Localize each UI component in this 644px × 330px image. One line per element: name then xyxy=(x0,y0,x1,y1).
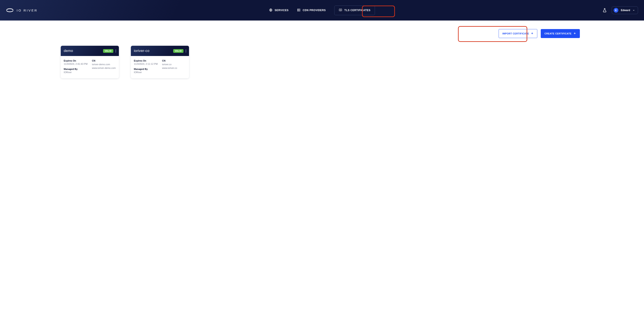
primary-nav: SERVICES CDN PROVIDERS TLS CERTIFICA xyxy=(269,6,375,15)
nav-cdn-providers[interactable]: CDN PROVIDERS xyxy=(297,8,326,12)
create-certificate-label: CREATE CERTIFICATE xyxy=(544,32,572,35)
nav-services[interactable]: SERVICES xyxy=(269,8,288,12)
labs-icon[interactable] xyxy=(602,8,607,12)
brand-name: IO RIVER xyxy=(17,8,38,12)
nav-cdn-providers-label: CDN PROVIDERS xyxy=(303,9,326,12)
page-body: IMPORT CERTIFICATE CREATE CERTIFICATE de… xyxy=(0,20,644,83)
status-badge: VALID xyxy=(103,49,113,53)
certificate-card[interactable]: demo VALID Expires On 11/3/2023, 2:41:43… xyxy=(61,46,119,78)
certificate-action-row: IMPORT CERTIFICATE CREATE CERTIFICATE xyxy=(8,29,580,38)
cn-value: ioriver.co xyxy=(162,62,186,66)
user-menu[interactable]: E Edward xyxy=(612,6,638,14)
create-certificate-button[interactable]: CREATE CERTIFICATE xyxy=(541,29,580,38)
plus-icon xyxy=(531,32,534,35)
certificate-card-header: demo VALID xyxy=(61,46,119,56)
import-certificate-label: IMPORT CERTIFICATE xyxy=(502,32,529,35)
user-avatar: E xyxy=(614,8,618,12)
cn-value: www.ioriver.co xyxy=(162,66,186,70)
certificate-cards: demo VALID Expires On 11/3/2023, 2:41:43… xyxy=(8,46,636,78)
user-name: Edward xyxy=(621,9,630,12)
nav-tls-certificates[interactable]: TLS CERTIFICATES xyxy=(334,6,375,15)
certificate-name: ioriver-co xyxy=(134,49,172,53)
certificate-card[interactable]: ioriver-co VALID Expires On 11/3/2023, 2… xyxy=(131,46,189,78)
cn-label: CN xyxy=(92,60,116,62)
managed-by-label: Managed By xyxy=(134,68,158,70)
status-badge: VALID xyxy=(173,49,184,53)
svg-point-3 xyxy=(298,9,298,10)
certificate-card-body: Expires On 11/3/2023, 2:11:12 PM Managed… xyxy=(131,56,189,78)
certificate-name: demo xyxy=(64,49,101,53)
expires-on-label: Expires On xyxy=(134,60,158,62)
cn-value: ioriver-demo.com xyxy=(92,62,116,66)
nav-services-label: SERVICES xyxy=(274,9,288,12)
header-right: E Edward xyxy=(602,6,638,14)
expires-on-value: 11/3/2023, 2:11:12 PM xyxy=(134,62,158,65)
user-initial: E xyxy=(615,9,617,12)
brand-mark-icon xyxy=(6,8,14,12)
globe-icon xyxy=(269,8,272,12)
nav-tls-certificates-label: TLS CERTIFICATES xyxy=(344,9,370,12)
cn-value: www.ioriver-demo.com xyxy=(92,66,116,70)
card-menu-icon[interactable] xyxy=(115,49,116,53)
plus-icon xyxy=(573,32,576,35)
card-menu-icon[interactable] xyxy=(185,49,186,53)
certificate-card-body: Expires On 11/3/2023, 2:41:43 PM Managed… xyxy=(61,56,119,78)
expires-on-value: 11/3/2023, 2:41:43 PM xyxy=(64,62,88,65)
cn-label: CN xyxy=(162,60,186,62)
book-icon xyxy=(339,8,342,12)
brand-logo[interactable]: IO RIVER xyxy=(6,8,38,12)
server-icon xyxy=(297,8,300,12)
app-header: IO RIVER SERVICES CDN PROVIDERS xyxy=(0,0,644,20)
managed-by-value: IORiver xyxy=(134,71,158,74)
svg-point-4 xyxy=(298,10,298,11)
managed-by-label: Managed By xyxy=(64,68,88,70)
chevron-down-icon xyxy=(633,8,635,12)
expires-on-label: Expires On xyxy=(64,60,88,62)
certificate-card-header: ioriver-co VALID xyxy=(131,46,189,56)
managed-by-value: IORiver xyxy=(64,71,88,74)
import-certificate-button[interactable]: IMPORT CERTIFICATE xyxy=(498,29,537,38)
